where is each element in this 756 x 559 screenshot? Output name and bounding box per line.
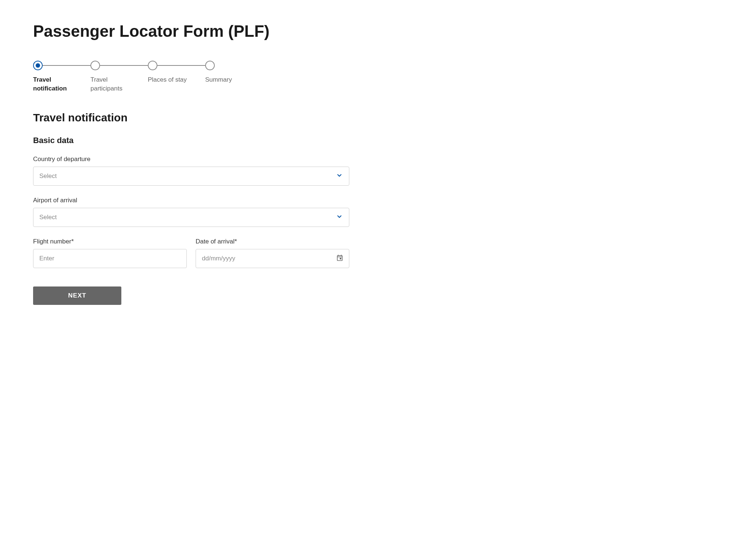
stepper-dot-icon	[90, 61, 100, 70]
field-date-of-arrival: Date of arrival*	[196, 238, 349, 268]
stepper-connector	[157, 65, 205, 66]
stepper-dot-icon	[33, 61, 43, 70]
field-airport-of-arrival: Airport of arrival Select	[33, 197, 349, 227]
stepper-connector	[100, 65, 148, 66]
field-label: Flight number*	[33, 238, 187, 245]
section-title: Travel notification	[33, 111, 349, 124]
stepper-label: Summary	[205, 75, 232, 84]
stepper-connector	[43, 65, 90, 66]
select-placeholder: Select	[39, 172, 57, 179]
field-label: Airport of arrival	[33, 197, 349, 204]
field-flight-number: Flight number*	[33, 238, 187, 268]
stepper: Travel notification Travel participants …	[33, 61, 254, 93]
next-button[interactable]: NEXT	[33, 286, 121, 305]
form-container: Travel notification Basic data Country o…	[33, 111, 349, 305]
field-label: Country of departure	[33, 156, 349, 163]
stepper-label: Places of stay	[148, 75, 187, 84]
subsection-title: Basic data	[33, 136, 349, 145]
select-placeholder: Select	[39, 214, 57, 221]
stepper-label: Travel notification	[33, 75, 81, 93]
page-title: Passenger Locator Form (PLF)	[33, 22, 723, 40]
stepper-step-travel-notification[interactable]: Travel notification	[33, 61, 90, 93]
stepper-dot-icon	[205, 61, 215, 70]
stepper-step-summary[interactable]: Summary	[205, 61, 232, 84]
stepper-step-places-of-stay[interactable]: Places of stay	[148, 61, 205, 84]
stepper-dot-icon	[148, 61, 157, 70]
flight-number-input[interactable]	[33, 249, 187, 268]
stepper-step-travel-participants[interactable]: Travel participants	[90, 61, 148, 93]
field-label: Date of arrival*	[196, 238, 349, 245]
field-country-of-departure: Country of departure Select	[33, 156, 349, 186]
date-of-arrival-input[interactable]	[196, 249, 349, 268]
airport-of-arrival-select[interactable]: Select	[33, 208, 349, 227]
stepper-label: Travel participants	[90, 75, 138, 93]
country-of-departure-select[interactable]: Select	[33, 167, 349, 186]
